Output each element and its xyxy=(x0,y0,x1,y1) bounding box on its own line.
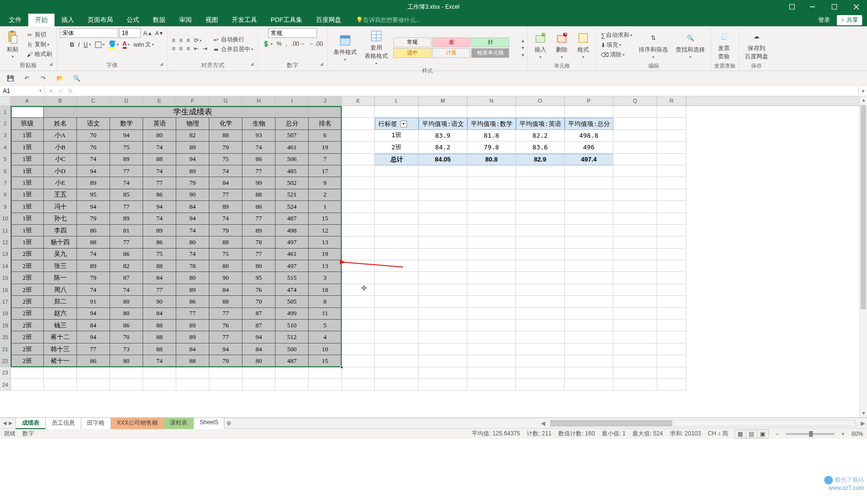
cell-O6[interactable] xyxy=(516,165,565,177)
login-link[interactable]: 登录 xyxy=(818,16,830,24)
table-cell[interactable]: 77 xyxy=(209,189,242,201)
table-cell[interactable]: 78 xyxy=(242,236,276,248)
table-cell[interactable]: 郑二 xyxy=(44,296,77,307)
table-cell[interactable]: 79 xyxy=(77,272,110,284)
column-header-K[interactable]: K xyxy=(342,96,375,106)
cell-R16[interactable] xyxy=(657,284,686,296)
cell-K18[interactable] xyxy=(342,308,375,320)
horizontal-scrollbar[interactable] xyxy=(550,420,856,427)
cell-N24[interactable] xyxy=(467,379,516,391)
cell-Q17[interactable] xyxy=(613,296,657,307)
column-header-M[interactable]: M xyxy=(419,96,467,106)
format-painter-button[interactable]: 🖌格式刷 xyxy=(24,50,54,59)
table-cell[interactable]: 89 xyxy=(143,225,176,236)
cell-R17[interactable] xyxy=(657,296,686,307)
fx-button[interactable]: fx xyxy=(68,88,73,94)
cell-Q12[interactable] xyxy=(613,236,657,248)
cell-K10[interactable] xyxy=(342,213,375,225)
cell-R13[interactable] xyxy=(657,249,686,260)
cell-N17[interactable] xyxy=(467,296,516,307)
style-check[interactable]: 检查单元格 xyxy=(471,48,509,58)
cell-O19[interactable] xyxy=(516,320,565,331)
cell-O22[interactable] xyxy=(516,355,565,367)
table-cell[interactable]: 89 xyxy=(110,213,143,225)
row-header-24[interactable]: 24 xyxy=(0,379,11,391)
table-cell[interactable]: 77 xyxy=(110,165,143,177)
cell-O9[interactable] xyxy=(516,201,565,213)
paste-button[interactable]: 粘贴 ▾ xyxy=(3,30,22,60)
cell-H23[interactable] xyxy=(242,367,276,379)
cell-K11[interactable] xyxy=(342,225,375,236)
table-cell[interactable]: 18 xyxy=(309,284,342,296)
cell-P8[interactable] xyxy=(565,189,613,201)
cell-K15[interactable] xyxy=(342,272,375,284)
style-good[interactable]: 好 xyxy=(471,37,509,47)
style-scroll-down[interactable]: ▾ xyxy=(521,44,524,51)
table-cell[interactable]: 87 xyxy=(242,320,276,331)
selection-fill-handle[interactable] xyxy=(340,366,343,369)
row-header-4[interactable]: 4 xyxy=(0,142,11,153)
dialog-launcher-icon[interactable]: ◢ xyxy=(320,61,323,66)
style-neutral[interactable]: 适中 xyxy=(393,48,431,58)
cell-N22[interactable] xyxy=(467,355,516,367)
table-cell[interactable]: 韩十三 xyxy=(44,343,77,355)
table-cell[interactable]: 70 xyxy=(77,142,110,153)
table-cell[interactable]: 86 xyxy=(77,355,110,367)
cell-K1[interactable] xyxy=(342,106,375,118)
table-cell[interactable]: 周八 xyxy=(44,284,77,296)
table-cell[interactable]: 73 xyxy=(110,343,143,355)
sort-filter-button[interactable]: ⇅排序和筛选▾ xyxy=(636,30,671,60)
table-cell[interactable]: 10 xyxy=(309,343,342,355)
number-format-combo[interactable] xyxy=(268,28,317,38)
table-cell[interactable]: 2班 xyxy=(11,355,44,367)
font-size-combo[interactable] xyxy=(119,28,141,38)
pivot-value[interactable]: 82.2 xyxy=(516,130,565,142)
dialog-launcher-icon[interactable]: ◢ xyxy=(49,61,53,66)
pivot-value[interactable]: 498.8 xyxy=(565,130,613,142)
cell-L15[interactable] xyxy=(375,272,419,284)
table-cell[interactable]: 80 xyxy=(110,355,143,367)
cell-G24[interactable] xyxy=(209,379,242,391)
table-cell[interactable]: 2班 xyxy=(11,296,44,307)
tab-file[interactable]: 文件 xyxy=(2,14,28,26)
cell-L22[interactable] xyxy=(375,355,419,367)
row-header-9[interactable]: 9 xyxy=(0,201,11,213)
table-cell[interactable]: 76 xyxy=(209,320,242,331)
row-header-3[interactable]: 3 xyxy=(0,130,11,142)
cell-Q24[interactable] xyxy=(613,379,657,391)
cell-M16[interactable] xyxy=(419,284,467,296)
table-cell[interactable]: 89 xyxy=(77,260,110,272)
cell-P13[interactable] xyxy=(565,249,613,260)
table-cell[interactable]: 钱三 xyxy=(44,320,77,331)
cell-Q6[interactable] xyxy=(613,165,657,177)
cell-N18[interactable] xyxy=(467,308,516,320)
sheet-tab[interactable]: 成绩表 xyxy=(16,417,46,429)
table-cell[interactable]: 86 xyxy=(242,201,276,213)
table-cell[interactable]: 86 xyxy=(110,249,143,260)
style-calc[interactable]: 计算 xyxy=(432,48,470,58)
column-header-E[interactable]: E xyxy=(143,96,176,106)
cell-K13[interactable] xyxy=(342,249,375,260)
cell-Q20[interactable] xyxy=(613,331,657,343)
table-cell[interactable]: 74 xyxy=(143,165,176,177)
tab-nav-next[interactable]: ▶ xyxy=(9,420,13,426)
cell-R21[interactable] xyxy=(657,343,686,355)
table-cell[interactable]: 1班 xyxy=(11,154,44,165)
cell-Q2[interactable] xyxy=(613,118,657,129)
column-header-G[interactable]: G xyxy=(209,96,242,106)
table-cell[interactable]: 孙七 xyxy=(44,213,77,225)
cell-Q16[interactable] xyxy=(613,284,657,296)
table-cell[interactable]: 小B xyxy=(44,142,77,153)
table-cell[interactable]: 79 xyxy=(209,355,242,367)
table-cell[interactable]: 2班 xyxy=(11,308,44,320)
cell-L10[interactable] xyxy=(375,213,419,225)
hscroll-right[interactable]: ▶ xyxy=(859,420,867,427)
row-header-23[interactable]: 23 xyxy=(0,367,11,379)
row-header-19[interactable]: 19 xyxy=(0,320,11,331)
cell-grid[interactable]: 1学生成绩表2班级姓名语文数学英语物理化学生物总分排名行标签▾平均值项:语文平均… xyxy=(0,106,867,391)
cell-R24[interactable] xyxy=(657,379,686,391)
style-scroll-up[interactable]: ▴ xyxy=(521,37,524,44)
cell-A23[interactable] xyxy=(11,367,44,379)
table-header[interactable]: 化学 xyxy=(209,118,242,129)
table-cell[interactable]: 李四 xyxy=(44,225,77,236)
